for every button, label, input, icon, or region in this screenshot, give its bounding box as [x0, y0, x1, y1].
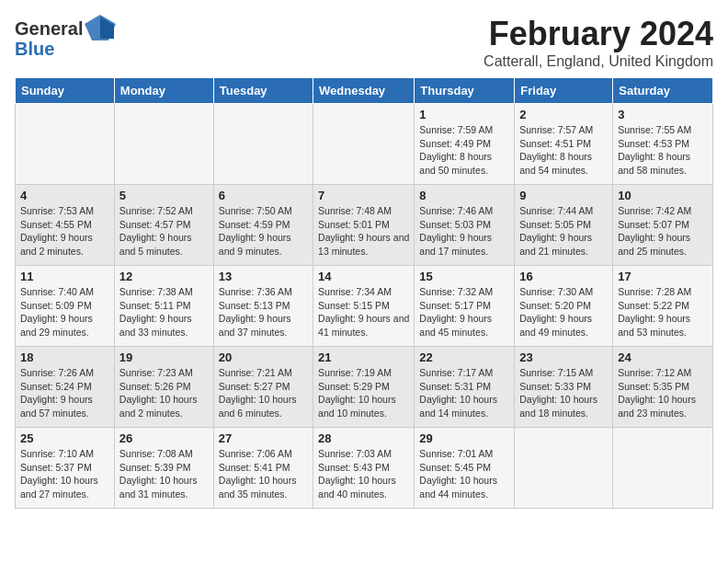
calendar-cell: 23Sunrise: 7:15 AM Sunset: 5:33 PM Dayli… — [515, 347, 613, 428]
calendar-cell: 1Sunrise: 7:59 AM Sunset: 4:49 PM Daylig… — [415, 104, 515, 185]
day-info: Sunrise: 7:42 AM Sunset: 5:07 PM Dayligh… — [618, 204, 708, 259]
day-number: 9 — [519, 189, 608, 202]
calendar-cell: 14Sunrise: 7:34 AM Sunset: 5:15 PM Dayli… — [313, 266, 415, 347]
calendar-cell: 7Sunrise: 7:48 AM Sunset: 5:01 PM Daylig… — [313, 185, 415, 266]
day-info: Sunrise: 7:17 AM Sunset: 5:31 PM Dayligh… — [419, 366, 509, 420]
column-header-friday: Friday — [515, 78, 613, 104]
calendar-cell: 28Sunrise: 7:03 AM Sunset: 5:43 PM Dayli… — [313, 428, 415, 509]
calendar-cell — [515, 428, 613, 509]
column-header-tuesday: Tuesday — [213, 78, 313, 104]
calendar-cell — [114, 104, 213, 185]
day-info: Sunrise: 7:15 AM Sunset: 5:33 PM Dayligh… — [519, 366, 608, 420]
logo-general: General — [15, 18, 83, 39]
day-info: Sunrise: 7:46 AM Sunset: 5:03 PM Dayligh… — [419, 204, 509, 259]
day-number: 20 — [219, 350, 308, 364]
calendar-cell: 11Sunrise: 7:40 AM Sunset: 5:09 PM Dayli… — [16, 266, 115, 347]
day-number: 7 — [318, 189, 409, 202]
header: General Blue February 2024 Catterall, En… — [15, 15, 713, 70]
calendar-cell: 6Sunrise: 7:50 AM Sunset: 4:59 PM Daylig… — [213, 185, 313, 266]
calendar-cell — [613, 428, 713, 509]
day-info: Sunrise: 7:30 AM Sunset: 5:20 PM Dayligh… — [519, 285, 608, 339]
day-info: Sunrise: 7:01 AM Sunset: 5:45 PM Dayligh… — [419, 447, 509, 501]
calendar-cell: 26Sunrise: 7:08 AM Sunset: 5:39 PM Dayli… — [114, 428, 213, 509]
calendar-cell: 2Sunrise: 7:57 AM Sunset: 4:51 PM Daylig… — [515, 104, 613, 185]
day-number: 23 — [519, 350, 608, 364]
day-info: Sunrise: 7:59 AM Sunset: 4:49 PM Dayligh… — [419, 123, 509, 178]
calendar-cell: 4Sunrise: 7:53 AM Sunset: 4:55 PM Daylig… — [16, 185, 115, 266]
day-number: 14 — [318, 270, 409, 283]
calendar-cell: 12Sunrise: 7:38 AM Sunset: 5:11 PM Dayli… — [114, 266, 213, 347]
title-section: February 2024 Catterall, England, United… — [483, 15, 713, 70]
day-number: 10 — [618, 189, 708, 202]
logo: General Blue — [15, 15, 116, 60]
calendar-cell — [16, 104, 115, 185]
calendar-cell: 3Sunrise: 7:55 AM Sunset: 4:53 PM Daylig… — [613, 104, 713, 185]
logo-icon — [85, 15, 116, 42]
day-info: Sunrise: 7:19 AM Sunset: 5:29 PM Dayligh… — [318, 366, 409, 420]
calendar-cell — [213, 104, 313, 185]
calendar-subtitle: Catterall, England, United Kingdom — [483, 53, 713, 70]
day-number: 12 — [119, 270, 209, 283]
day-info: Sunrise: 7:52 AM Sunset: 4:57 PM Dayligh… — [119, 204, 209, 259]
calendar-cell: 8Sunrise: 7:46 AM Sunset: 5:03 PM Daylig… — [415, 185, 515, 266]
day-number: 13 — [219, 270, 308, 283]
day-info: Sunrise: 7:32 AM Sunset: 5:17 PM Dayligh… — [419, 285, 509, 339]
calendar-title: February 2024 — [483, 15, 713, 53]
column-header-saturday: Saturday — [613, 78, 713, 104]
calendar-cell: 5Sunrise: 7:52 AM Sunset: 4:57 PM Daylig… — [114, 185, 213, 266]
calendar-cell: 19Sunrise: 7:23 AM Sunset: 5:26 PM Dayli… — [114, 347, 213, 428]
day-number: 28 — [318, 431, 409, 445]
day-number: 21 — [318, 350, 409, 364]
day-number: 19 — [119, 350, 209, 364]
day-info: Sunrise: 7:28 AM Sunset: 5:22 PM Dayligh… — [618, 285, 708, 339]
calendar-cell: 22Sunrise: 7:17 AM Sunset: 5:31 PM Dayli… — [415, 347, 515, 428]
calendar-cell: 16Sunrise: 7:30 AM Sunset: 5:20 PM Dayli… — [515, 266, 613, 347]
calendar-cell: 17Sunrise: 7:28 AM Sunset: 5:22 PM Dayli… — [613, 266, 713, 347]
day-number: 5 — [119, 189, 209, 202]
calendar-cell — [313, 104, 415, 185]
day-info: Sunrise: 7:55 AM Sunset: 4:53 PM Dayligh… — [618, 123, 708, 178]
column-header-monday: Monday — [114, 78, 213, 104]
calendar-cell: 13Sunrise: 7:36 AM Sunset: 5:13 PM Dayli… — [213, 266, 313, 347]
day-number: 16 — [519, 270, 608, 283]
day-info: Sunrise: 7:50 AM Sunset: 4:59 PM Dayligh… — [219, 204, 308, 259]
day-number: 6 — [219, 189, 308, 202]
day-info: Sunrise: 7:34 AM Sunset: 5:15 PM Dayligh… — [318, 285, 409, 339]
calendar-cell: 24Sunrise: 7:12 AM Sunset: 5:35 PM Dayli… — [613, 347, 713, 428]
day-number: 1 — [419, 108, 509, 121]
calendar-cell: 18Sunrise: 7:26 AM Sunset: 5:24 PM Dayli… — [16, 347, 115, 428]
day-info: Sunrise: 7:53 AM Sunset: 4:55 PM Dayligh… — [20, 204, 109, 259]
day-info: Sunrise: 7:38 AM Sunset: 5:11 PM Dayligh… — [119, 285, 209, 339]
day-number: 15 — [419, 270, 509, 283]
day-number: 4 — [20, 189, 109, 202]
day-number: 26 — [119, 431, 209, 445]
calendar-table: SundayMondayTuesdayWednesdayThursdayFrid… — [15, 77, 713, 509]
calendar-cell: 21Sunrise: 7:19 AM Sunset: 5:29 PM Dayli… — [313, 347, 415, 428]
day-info: Sunrise: 7:44 AM Sunset: 5:05 PM Dayligh… — [519, 204, 608, 259]
column-header-sunday: Sunday — [16, 78, 115, 104]
day-info: Sunrise: 7:26 AM Sunset: 5:24 PM Dayligh… — [20, 366, 109, 420]
day-info: Sunrise: 7:23 AM Sunset: 5:26 PM Dayligh… — [119, 366, 209, 420]
calendar-cell: 15Sunrise: 7:32 AM Sunset: 5:17 PM Dayli… — [415, 266, 515, 347]
calendar-cell: 9Sunrise: 7:44 AM Sunset: 5:05 PM Daylig… — [515, 185, 613, 266]
day-number: 2 — [519, 108, 608, 121]
day-number: 8 — [419, 189, 509, 202]
day-number: 11 — [20, 270, 109, 283]
calendar-cell: 10Sunrise: 7:42 AM Sunset: 5:07 PM Dayli… — [613, 185, 713, 266]
calendar-cell: 20Sunrise: 7:21 AM Sunset: 5:27 PM Dayli… — [213, 347, 313, 428]
day-info: Sunrise: 7:21 AM Sunset: 5:27 PM Dayligh… — [219, 366, 308, 420]
day-number: 29 — [419, 431, 509, 445]
day-info: Sunrise: 7:06 AM Sunset: 5:41 PM Dayligh… — [219, 447, 308, 501]
day-number: 22 — [419, 350, 509, 364]
day-info: Sunrise: 7:08 AM Sunset: 5:39 PM Dayligh… — [119, 447, 209, 501]
day-info: Sunrise: 7:57 AM Sunset: 4:51 PM Dayligh… — [519, 123, 608, 178]
day-info: Sunrise: 7:40 AM Sunset: 5:09 PM Dayligh… — [20, 285, 109, 339]
column-header-thursday: Thursday — [415, 78, 515, 104]
day-number: 24 — [618, 350, 708, 364]
day-info: Sunrise: 7:12 AM Sunset: 5:35 PM Dayligh… — [618, 366, 708, 420]
day-info: Sunrise: 7:36 AM Sunset: 5:13 PM Dayligh… — [219, 285, 308, 339]
calendar-cell: 25Sunrise: 7:10 AM Sunset: 5:37 PM Dayli… — [16, 428, 115, 509]
calendar-cell: 29Sunrise: 7:01 AM Sunset: 5:45 PM Dayli… — [415, 428, 515, 509]
day-number: 18 — [20, 350, 109, 364]
day-info: Sunrise: 7:03 AM Sunset: 5:43 PM Dayligh… — [318, 447, 409, 501]
